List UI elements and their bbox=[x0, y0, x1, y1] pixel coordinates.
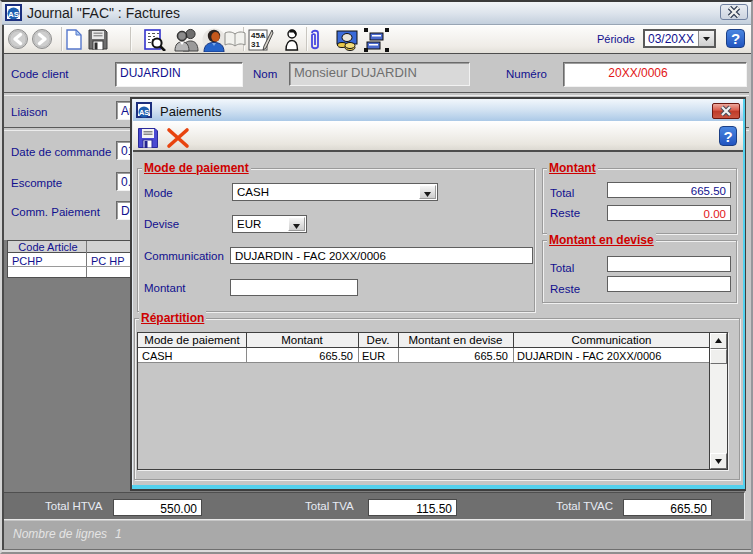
svg-text:31: 31 bbox=[251, 40, 260, 49]
svg-text:AS: AS bbox=[139, 108, 149, 117]
svg-text:45Ѧ: 45Ѧ bbox=[251, 31, 266, 40]
